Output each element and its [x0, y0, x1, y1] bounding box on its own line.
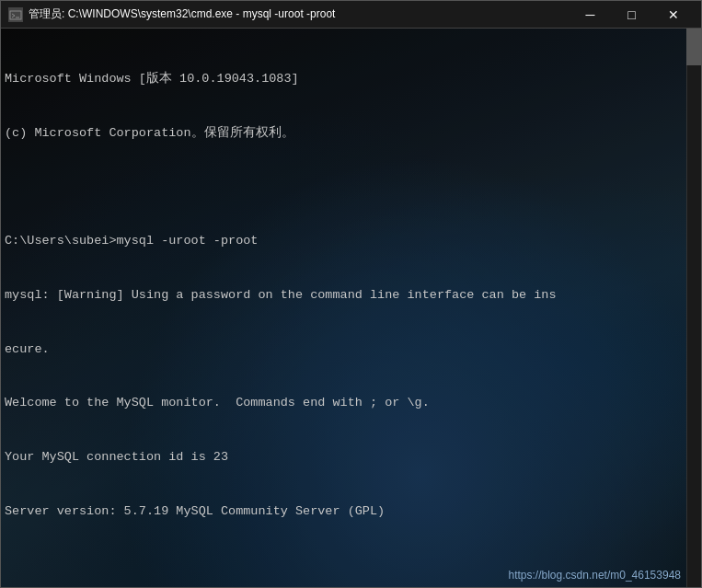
scrollbar-thumb[interactable]: [686, 29, 701, 65]
line-9: Server version: 5.7.19 MySQL Community S…: [5, 502, 683, 521]
titlebar-left: 管理员: C:\WINDOWS\system32\cmd.exe - mysql…: [8, 6, 335, 22]
svg-rect-0: [10, 11, 21, 19]
line-5: mysql: [Warning] Using a password on the…: [5, 286, 683, 305]
terminal-body[interactable]: Microsoft Windows [版本 10.0.19043.1083] (…: [1, 29, 701, 587]
window-title: 管理员: C:\WINDOWS\system32\cmd.exe - mysql…: [29, 6, 335, 22]
line-1: Microsoft Windows [版本 10.0.19043.1083]: [5, 70, 683, 88]
minimize-button[interactable]: ─: [570, 1, 611, 29]
line-4: C:\Users\subei>mysql -uroot -proot: [5, 232, 683, 250]
line-8: Your MySQL connection id is 23: [5, 448, 683, 467]
line-2: (c) Microsoft Corporation。保留所有权利。: [5, 124, 683, 143]
cmd-window: 管理员: C:\WINDOWS\system32\cmd.exe - mysql…: [0, 0, 702, 588]
terminal-output[interactable]: Microsoft Windows [版本 10.0.19043.1083] (…: [1, 29, 686, 587]
maximize-button[interactable]: □: [611, 1, 652, 29]
window-controls: ─ □ ✕: [570, 1, 694, 29]
titlebar: 管理员: C:\WINDOWS\system32\cmd.exe - mysql…: [1, 1, 701, 29]
line-7: Welcome to the MySQL monitor. Commands e…: [5, 394, 683, 412]
scrollbar[interactable]: [686, 29, 701, 587]
cmd-icon: [8, 7, 23, 22]
line-3: [5, 179, 683, 197]
close-button[interactable]: ✕: [652, 1, 694, 29]
line-6: ecure.: [5, 340, 683, 359]
watermark: https://blog.csdn.net/m0_46153948: [509, 569, 681, 582]
